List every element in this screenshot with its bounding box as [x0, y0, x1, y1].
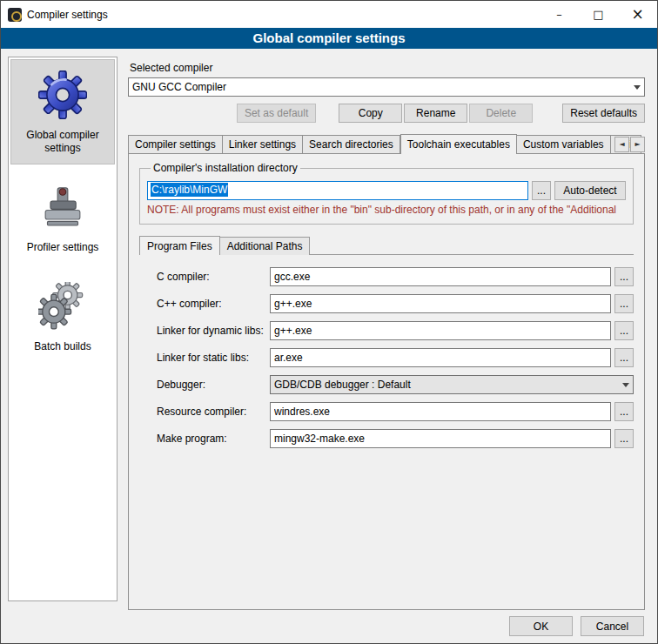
field-row-cpp-compiler: C++ compiler: ... [157, 294, 634, 313]
dialog-footer: OK Cancel [1, 610, 657, 643]
resource-compiler-label: Resource compiler: [157, 406, 270, 418]
ok-button[interactable]: OK [509, 616, 573, 636]
make-program-label: Make program: [157, 433, 270, 445]
static-linker-input[interactable] [270, 348, 611, 367]
installation-directory-group-title: Compiler's installation directory [151, 162, 300, 174]
gear-icon [38, 70, 87, 122]
cpp-compiler-input[interactable] [270, 294, 611, 313]
compiler-actions: Set as default Copy Rename Delete Reset … [128, 104, 645, 123]
delete-button: Delete [469, 104, 533, 123]
field-row-c-compiler: C compiler: ... [157, 267, 634, 286]
c-compiler-browse-button[interactable]: ... [614, 267, 634, 286]
compiler-select-value: GNU GCC Compiler [132, 81, 628, 93]
subtab-program-files[interactable]: Program Files [139, 236, 220, 255]
debugger-select-value: GDB/CDB debugger : Default [274, 379, 617, 391]
tab-search-directories[interactable]: Search directories [303, 135, 400, 153]
copy-button[interactable]: Copy [339, 104, 402, 123]
subtab-additional-paths[interactable]: Additional Paths [220, 237, 311, 255]
field-row-dynamic-linker: Linker for dynamic libs: ... [157, 321, 634, 340]
sidebar-item-label: Batch builds [34, 340, 91, 353]
c-compiler-input[interactable] [270, 267, 611, 286]
debugger-label: Debugger: [157, 379, 270, 391]
tab-linker-settings[interactable]: Linker settings [223, 135, 303, 153]
profiler-tool-icon [38, 183, 87, 234]
sidebar-item-batch-builds[interactable]: Batch builds [10, 271, 115, 363]
sidebar-item-label: Global compiler settings [15, 129, 111, 155]
debugger-select[interactable]: GDB/CDB debugger : Default [270, 375, 634, 394]
gears-icon [38, 282, 87, 333]
field-row-make-program: Make program: ... [157, 429, 634, 448]
installation-directory-value: C:\raylib\MinGW [151, 183, 228, 197]
sidebar-item-profiler-settings[interactable]: Profiler settings [10, 171, 115, 264]
static-linker-browse-button[interactable]: ... [614, 348, 634, 367]
make-program-browse-button[interactable]: ... [614, 429, 634, 448]
c-compiler-label: C compiler: [157, 271, 270, 283]
field-row-resource-compiler: Resource compiler: ... [157, 402, 634, 421]
selected-compiler-label: Selected compiler [130, 62, 645, 74]
compiler-settings-window: Compiler settings – □ × Global compiler … [0, 0, 658, 644]
auto-detect-button[interactable]: Auto-detect [554, 181, 626, 200]
cpp-compiler-browse-button[interactable]: ... [614, 294, 634, 313]
window-title: Compiler settings [27, 9, 540, 21]
tab-scroll-right-button[interactable]: ► [630, 137, 645, 152]
window-controls: – □ × [540, 1, 657, 28]
reset-defaults-button[interactable]: Reset defaults [562, 104, 645, 123]
note-text: NOTE: All programs must exist either in … [147, 204, 626, 216]
field-row-debugger: Debugger: GDB/CDB debugger : Default [157, 375, 634, 394]
tab-scroll-left-button[interactable]: ◄ [614, 137, 629, 152]
installation-directory-group: Compiler's installation directory C:\ray… [139, 162, 634, 225]
chevron-down-icon [622, 383, 629, 387]
close-icon[interactable]: × [618, 1, 657, 28]
cpp-compiler-label: C++ compiler: [157, 298, 270, 310]
dynamic-linker-browse-button[interactable]: ... [614, 321, 634, 340]
dynamic-linker-label: Linker for dynamic libs: [157, 325, 270, 337]
tab-compiler-settings[interactable]: Compiler settings [128, 135, 223, 153]
chevron-down-icon [634, 85, 641, 90]
app-icon [8, 8, 22, 22]
program-files-tabstrip: Program Files Additional Paths [139, 236, 634, 255]
minimize-icon[interactable]: – [540, 1, 579, 28]
installation-directory-row: C:\raylib\MinGW ... Auto-detect [147, 181, 626, 200]
toolchain-executables-panel: Compiler's installation directory C:\ray… [128, 153, 645, 610]
sidebar-item-label: Profiler settings [27, 241, 99, 254]
tab-toolchain-executables[interactable]: Toolchain executables [400, 134, 517, 154]
page-title: Global compiler settings [1, 28, 657, 49]
dialog-content: Global compiler settings Profiler settin… [1, 50, 657, 610]
dynamic-linker-input[interactable] [270, 321, 611, 340]
make-program-input[interactable] [270, 429, 611, 448]
settings-sidebar: Global compiler settings Profiler settin… [8, 57, 118, 601]
installation-directory-input[interactable]: C:\raylib\MinGW [147, 181, 528, 200]
compiler-select[interactable]: GNU GCC Compiler [128, 77, 645, 97]
static-linker-label: Linker for static libs: [157, 352, 270, 364]
titlebar: Compiler settings – □ × [1, 1, 657, 28]
resource-compiler-input[interactable] [270, 402, 611, 421]
field-row-static-linker: Linker for static libs: ... [157, 348, 634, 367]
tab-custom-variables[interactable]: Custom variables [517, 135, 611, 153]
program-files-panel: C compiler: ... C++ compiler: ... Linker… [139, 255, 634, 456]
rename-button[interactable]: Rename [404, 104, 467, 123]
set-as-default-button: Set as default [237, 104, 316, 123]
resource-compiler-browse-button[interactable]: ... [614, 402, 634, 421]
sidebar-item-global-compiler-settings[interactable]: Global compiler settings [10, 59, 115, 164]
installation-directory-browse-button[interactable]: ... [532, 181, 551, 200]
settings-tabstrip: Compiler settings Linker settings Search… [128, 134, 645, 154]
maximize-icon[interactable]: □ [579, 1, 618, 28]
tab-scrollers: ◄ ► [614, 137, 645, 152]
cancel-button[interactable]: Cancel [581, 616, 644, 636]
main-panel: Selected compiler GNU GCC Compiler Set a… [128, 57, 645, 610]
